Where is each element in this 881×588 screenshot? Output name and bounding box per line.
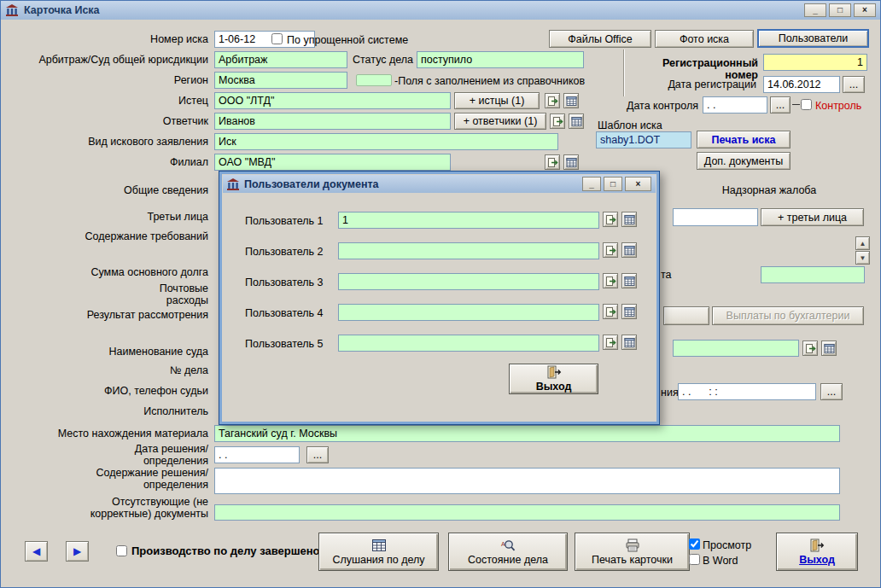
plaintiff-list-button[interactable] <box>563 93 579 108</box>
reg-number-field[interactable]: 1 <box>763 54 867 71</box>
table-icon <box>824 343 835 354</box>
dialog-exit-label: Выход <box>536 381 572 393</box>
door-exit-icon <box>546 365 562 379</box>
user4-list-button[interactable] <box>621 304 637 319</box>
user3-field[interactable] <box>338 273 599 290</box>
user4-field[interactable] <box>338 304 599 321</box>
users-button[interactable]: Пользователи <box>757 29 869 48</box>
template-label: Шаблон иска <box>598 119 662 131</box>
datetime-field[interactable]: . . : : <box>678 383 816 400</box>
user1-field[interactable]: 1 <box>338 212 599 229</box>
defendant-open-button[interactable] <box>550 114 565 129</box>
datetime-ellipsis-button[interactable]: ... <box>820 383 843 400</box>
material-location-field[interactable]: Таганский суд г. Москвы <box>214 425 840 442</box>
user4-open-button[interactable] <box>603 304 618 319</box>
right-open-button[interactable] <box>802 341 818 356</box>
office-files-button[interactable]: Файлы Office <box>549 30 651 48</box>
defendant-field[interactable]: Иванов <box>214 113 451 130</box>
next-record-button[interactable]: ▶ <box>66 541 89 562</box>
branch-open-button[interactable] <box>545 154 560 170</box>
user2-field[interactable] <box>338 242 599 259</box>
user5-list-button[interactable] <box>621 335 637 350</box>
claim-type-field[interactable]: Иск <box>214 133 558 150</box>
scroll-up-icon[interactable]: ▲ <box>855 236 870 250</box>
control-date-ellipsis-button[interactable]: ... <box>770 96 791 114</box>
prev-record-button[interactable]: ◀ <box>25 541 48 562</box>
minimize-icon[interactable]: _ <box>804 3 826 17</box>
status-field[interactable]: поступило <box>417 51 584 68</box>
defendants-button[interactable]: + ответчики (1) <box>454 113 546 130</box>
court-type-field[interactable]: Арбитраж <box>214 51 347 68</box>
defendant-list-button[interactable] <box>569 114 584 129</box>
dialog-close-icon[interactable]: × <box>625 177 651 191</box>
decision-content-field[interactable] <box>214 468 840 494</box>
case-number-label: Номер иска <box>3 33 208 45</box>
user1-list-button[interactable] <box>621 212 637 227</box>
print-claim-button[interactable]: Печать иска <box>697 131 791 148</box>
preview-checkbox[interactable] <box>689 539 700 550</box>
user3-list-button[interactable] <box>621 273 637 288</box>
hearings-label: Слушания по делу <box>332 554 424 566</box>
simplified-label: По упрощенной системе <box>287 34 408 46</box>
user2-list-button[interactable] <box>621 242 637 258</box>
window-title: Карточка Иска <box>24 4 100 16</box>
case-state-button[interactable]: A Состояние дела <box>448 533 568 571</box>
control-label: Контроль <box>815 100 861 112</box>
case-state-label: Состояние дела <box>468 554 548 566</box>
hearings-button[interactable]: Слушания по делу <box>318 533 439 571</box>
missing-docs-field[interactable] <box>214 504 840 521</box>
plaintiffs-button[interactable]: + истцы (1) <box>454 92 540 109</box>
court-name-label: Наименование суда <box>3 346 208 358</box>
user5-open-button[interactable] <box>603 335 618 350</box>
table-icon <box>624 276 635 287</box>
prev-icon: ◀ <box>32 545 40 557</box>
dialog-exit-button[interactable]: Выход <box>509 364 598 394</box>
supervisory-field[interactable] <box>673 208 758 226</box>
user1-open-button[interactable] <box>603 212 618 227</box>
control-date-field[interactable]: . . <box>703 96 767 114</box>
maximize-icon[interactable]: □ <box>829 3 851 17</box>
preview-label: Просмотр <box>703 539 751 551</box>
simplified-checkbox[interactable] <box>271 33 283 44</box>
word-checkbox[interactable] <box>689 554 700 565</box>
user5-field[interactable] <box>338 335 599 352</box>
reg-date-ellipsis-button[interactable]: ... <box>843 76 865 93</box>
table-icon <box>624 306 635 317</box>
scroll-down-icon[interactable]: ▼ <box>855 251 870 265</box>
partial-button[interactable] <box>663 306 709 325</box>
finished-checkbox[interactable] <box>116 545 127 556</box>
users-dialog: Пользователи документа _ □ × Пользовател… <box>219 171 660 425</box>
dialog-maximize-icon[interactable]: □ <box>604 177 622 191</box>
template-field[interactable]: shaby1.DOT <box>596 131 691 148</box>
print-card-button[interactable]: Печать карточки <box>575 533 690 571</box>
close-icon[interactable]: × <box>854 3 876 17</box>
photo-button[interactable]: Фото иска <box>655 30 754 48</box>
judge-label: ФИО, телефон судьи <box>3 385 208 397</box>
printer-icon <box>625 539 640 552</box>
branch-list-button[interactable] <box>563 154 579 170</box>
region-field[interactable]: Москва <box>214 72 347 89</box>
user2-open-button[interactable] <box>603 242 618 258</box>
plaintiff-field[interactable]: ООО "ЛТД" <box>214 92 451 109</box>
third-parties-button[interactable]: + третьи лица <box>761 208 864 226</box>
plaintiff-open-button[interactable] <box>545 93 560 108</box>
dialog-minimize-icon[interactable]: _ <box>582 177 601 191</box>
control-checkbox[interactable] <box>801 99 812 110</box>
decision-date-ellipsis-button[interactable]: ... <box>306 446 329 463</box>
reg-date-field[interactable]: 14.06.2012 <box>763 76 840 93</box>
open-form-icon <box>605 214 616 225</box>
exit-button[interactable]: Выход <box>776 533 858 571</box>
partial-green-field-1[interactable] <box>761 266 865 283</box>
accounting-payments-button[interactable]: Выплаты по бухгалтерии <box>712 306 864 325</box>
decision-date-field[interactable]: . . <box>214 446 300 463</box>
branch-field[interactable]: ОАО "МВД" <box>214 154 451 171</box>
claim-card-window: Карточка Иска _ □ × Номер иска 1-06-12 П… <box>0 0 881 588</box>
finished-label: Производство по делу завершено <box>131 545 320 557</box>
open-form-icon <box>552 116 563 127</box>
extra-docs-button[interactable]: Доп. документы <box>697 152 791 170</box>
result-label: Результат рассмотрения <box>3 309 208 321</box>
user3-open-button[interactable] <box>603 273 618 288</box>
material-location-label: Место нахождения материала <box>3 428 208 440</box>
partial-green-field-2[interactable] <box>673 340 799 357</box>
right-list-button[interactable] <box>821 341 837 356</box>
